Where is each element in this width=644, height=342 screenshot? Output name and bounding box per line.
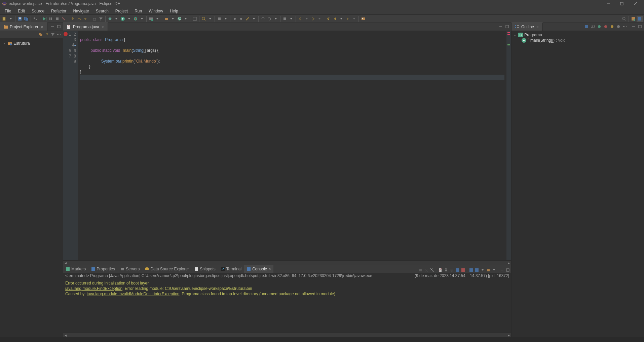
minimize-button[interactable] (602, 0, 615, 7)
menu-refactor[interactable]: Refactor (48, 8, 70, 14)
run-server-icon[interactable] (148, 16, 154, 22)
refresh-icon[interactable] (266, 16, 272, 22)
wand-icon[interactable] (244, 16, 251, 22)
dropdown-icon[interactable] (8, 16, 14, 22)
scroll-right-icon[interactable]: ▸ (506, 261, 511, 265)
picture-icon[interactable] (360, 16, 366, 22)
hide-fields-icon[interactable] (597, 24, 602, 29)
minimize-view-icon[interactable] (498, 24, 503, 29)
pin-console-icon[interactable] (468, 267, 474, 273)
filter-icon[interactable] (98, 16, 104, 22)
dropdown-icon[interactable] (154, 16, 160, 22)
menu-search[interactable]: Search (92, 8, 112, 14)
java-perspective-icon[interactable] (637, 16, 643, 22)
debug-icon[interactable] (107, 16, 113, 22)
resume-icon[interactable] (41, 16, 47, 22)
view-menu-icon[interactable] (622, 24, 628, 29)
tab-programa-java[interactable]: J Programa.java × (63, 23, 108, 31)
forward-nav-icon[interactable] (345, 16, 351, 22)
scroll-left-icon[interactable]: ◂ (63, 333, 68, 338)
filter-icon[interactable] (50, 32, 55, 37)
hide-nonpublic-icon[interactable] (609, 24, 615, 29)
tab-outline[interactable]: Outline × (512, 23, 543, 31)
menu-file[interactable]: File (1, 8, 14, 14)
outline-tree[interactable]: ⌄ C Programa ● s main(String[]) : void (512, 31, 644, 337)
outline-class-row[interactable]: ⌄ C Programa (514, 32, 642, 38)
switch-icon[interactable] (32, 16, 38, 22)
close-icon[interactable]: × (536, 25, 539, 29)
code-area[interactable]: public class Programa { public static vo… (78, 31, 506, 260)
editor-hscrollbar[interactable]: ◂ ▸ (63, 260, 511, 265)
hide-static-icon[interactable] (603, 24, 608, 29)
terminate-icon[interactable] (418, 267, 423, 273)
overview-mark-icon[interactable] (507, 44, 510, 45)
scroll-left-icon[interactable]: ◂ (63, 261, 68, 265)
tab-markers[interactable]: Markers (63, 265, 88, 273)
open-type-icon[interactable] (192, 16, 198, 22)
overview-error-icon[interactable] (507, 34, 510, 35)
minimize-view-icon[interactable] (50, 24, 55, 29)
maximize-view-icon[interactable] (505, 267, 510, 273)
menu-run[interactable]: Run (131, 8, 145, 14)
dropdown-icon[interactable] (304, 16, 310, 22)
display-console-icon[interactable] (474, 267, 480, 273)
dropdown-icon[interactable] (170, 16, 176, 22)
dropdown-icon[interactable] (223, 16, 229, 22)
tab-project-explorer[interactable]: Project Explorer × (0, 23, 47, 31)
maximize-view-icon[interactable] (56, 24, 62, 29)
minimize-view-icon[interactable] (499, 267, 505, 273)
menu-source[interactable]: Source (28, 8, 48, 14)
search-icon[interactable] (201, 16, 207, 22)
outline-method-row[interactable]: ● s main(String[]) : void (514, 38, 642, 43)
tree-project-root[interactable]: › Estrutura (1, 40, 62, 46)
new-icon[interactable] (1, 16, 7, 22)
show-on-output-icon[interactable] (455, 267, 460, 273)
maximize-view-icon[interactable] (504, 24, 510, 29)
step-into-icon[interactable] (70, 16, 76, 22)
new-package-icon[interactable] (163, 16, 169, 22)
dropdown-icon[interactable] (251, 16, 257, 22)
dropdown-icon[interactable] (183, 16, 189, 22)
menu-project[interactable]: Project (112, 8, 131, 14)
minimize-view-icon[interactable] (631, 24, 636, 29)
dropdown-icon[interactable] (288, 16, 294, 22)
expand-icon[interactable]: › (3, 41, 6, 46)
sort-icon[interactable]: az (590, 24, 596, 29)
dropdown-icon[interactable] (126, 16, 132, 22)
forward-icon[interactable] (310, 16, 316, 22)
last-edit-icon[interactable] (326, 16, 332, 22)
back-icon[interactable] (297, 16, 303, 22)
dropdown-icon[interactable] (273, 16, 279, 22)
drop-frame-icon[interactable] (91, 16, 98, 22)
overview-ruler[interactable] (506, 31, 511, 260)
remove-all-icon[interactable] (429, 267, 435, 273)
dropdown-icon[interactable] (491, 267, 497, 273)
menu-navigate[interactable]: Navigate (70, 8, 92, 14)
save-all-icon[interactable] (23, 16, 29, 22)
dropdown-icon[interactable] (113, 16, 119, 22)
toggle-icon[interactable] (232, 16, 238, 22)
tab-data-source-explorer[interactable]: Data Source Explorer (142, 265, 192, 273)
dropdown-icon[interactable] (207, 16, 213, 22)
save-icon[interactable] (17, 16, 23, 22)
back-nav-icon[interactable] (332, 16, 338, 22)
refresh-icon[interactable] (260, 16, 266, 22)
focus-icon[interactable] (584, 24, 589, 29)
close-icon[interactable]: × (268, 267, 271, 271)
show-on-error-icon[interactable] (460, 267, 466, 273)
close-icon[interactable]: × (101, 25, 104, 29)
collapse-icon[interactable]: ⌄ (514, 33, 517, 37)
error-marker-icon[interactable] (64, 32, 68, 36)
coverage-icon[interactable] (132, 16, 139, 22)
menu-edit[interactable]: Edit (14, 8, 28, 14)
toggle-icon[interactable] (238, 16, 244, 22)
step-return-icon[interactable] (82, 16, 88, 22)
clear-console-icon[interactable] (438, 267, 443, 273)
word-wrap-icon[interactable] (449, 267, 454, 273)
maximize-button[interactable] (615, 0, 629, 7)
quick-search-icon[interactable] (621, 16, 627, 22)
open-console-icon[interactable] (486, 267, 491, 273)
pause-icon[interactable] (48, 16, 54, 22)
disconnect-icon[interactable] (61, 16, 67, 22)
project-tree[interactable]: › Estrutura (0, 38, 63, 337)
